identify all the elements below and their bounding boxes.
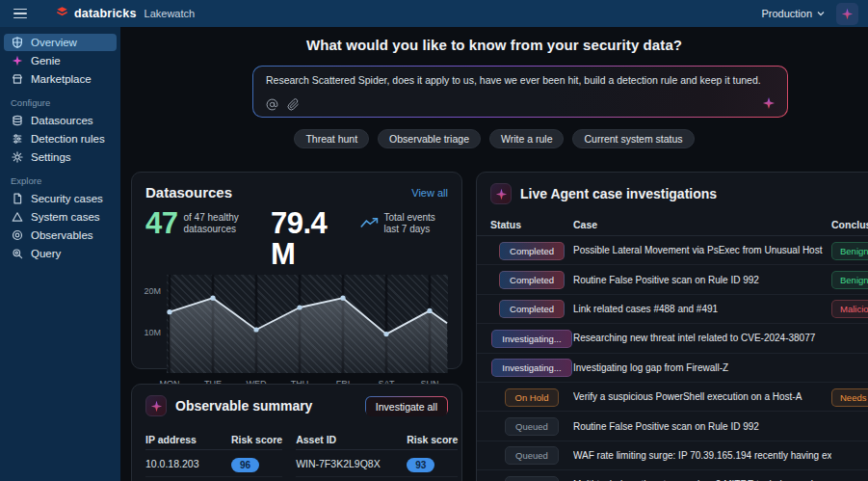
- sidebar-item-label: Detection rules: [31, 133, 105, 145]
- suggestion-chips: Threat huntObservable triageWrite a rule…: [120, 129, 868, 148]
- hamburger-menu-icon[interactable]: [13, 4, 39, 23]
- agent-case-row[interactable]: CompletedRoutine False Positive scan on …: [477, 265, 868, 294]
- sidebar-item-observables[interactable]: Observables: [4, 227, 117, 244]
- status-header: Status: [490, 219, 521, 230]
- conclusion-badge: Needs Input: [831, 388, 868, 407]
- sidebar-item-settings[interactable]: Settings: [4, 148, 117, 166]
- status-badge: Completed: [499, 271, 565, 289]
- agent-case-row[interactable]: On HoldVerify a suspicious PowerShell ex…: [477, 383, 868, 412]
- conclusion-header: Conclusion: [831, 219, 868, 230]
- chip-threat-hunt[interactable]: Threat hunt: [294, 129, 369, 148]
- status-badge: Investigating...: [491, 330, 571, 348]
- app-name: Lakewatch: [145, 8, 196, 19]
- live-agent-card: Live Agent case investigations Status Ca…: [476, 172, 868, 481]
- sidebar-section-label: Explore: [11, 175, 117, 186]
- brand-logo[interactable]: databricks: [56, 5, 137, 22]
- agent-sparkle-icon: [841, 8, 854, 20]
- sidebar-item-system-cases[interactable]: System cases: [4, 208, 117, 226]
- brand-name: databricks: [74, 7, 137, 20]
- rules-icon: [11, 133, 23, 146]
- investigate-all-button[interactable]: Investigate all: [365, 396, 448, 415]
- agent-case-row[interactable]: QueuedWAF rate limiting surge: IP 70.39.…: [477, 441, 868, 470]
- shield-grid-icon: [11, 37, 23, 49]
- agent-case-row[interactable]: Investigating...Investigating log gap fr…: [477, 354, 868, 383]
- storefront-icon: [11, 73, 23, 86]
- document-icon: [11, 193, 23, 205]
- chevron-down-icon: [817, 11, 825, 16]
- status-badge: Completed: [499, 300, 565, 318]
- sidebar-item-label: Security cases: [31, 193, 103, 204]
- sidebar-item-label: Marketplace: [31, 73, 92, 85]
- sidebar-item-query[interactable]: Query: [4, 245, 117, 262]
- sidebar-item-label: Overview: [31, 37, 77, 48]
- datasources-card: Datasources View all 47 of 47 healthy da…: [131, 172, 462, 369]
- ip-address-header: IP address: [145, 434, 231, 445]
- table-row[interactable]: 10.0.18.203 96: [145, 450, 282, 477]
- live-agent-title: Live Agent case investigations: [520, 186, 717, 201]
- y-axis-tick: 10M: [136, 328, 161, 337]
- conclusion-badge: Malicious: [831, 300, 868, 318]
- case-title: Researching new threat intel related to …: [573, 333, 831, 343]
- send-sparkle-icon[interactable]: [762, 96, 776, 110]
- sidebar-item-datasources[interactable]: Datasources: [4, 112, 117, 129]
- agent-case-row[interactable]: QueuedMulti-technique threat campaign: 2…: [477, 470, 868, 481]
- agent-case-row[interactable]: Investigating...Researching new threat i…: [477, 324, 868, 353]
- sidebar-item-label: Genie: [31, 55, 61, 67]
- agent-sparkle-button[interactable]: [836, 3, 858, 25]
- observable-summary-card: Observable summary Investigate all IP ad…: [131, 384, 462, 481]
- sidebar-item-genie[interactable]: Genie: [4, 52, 117, 69]
- mention-at-icon[interactable]: [266, 97, 278, 110]
- risk-score-header: Risk score: [231, 434, 282, 445]
- y-axis-tick: 20M: [136, 286, 161, 296]
- prompt-value: Research Scattered Spider, does it apply…: [266, 74, 775, 86]
- healthy-label: of 47 healthy datasources: [183, 212, 248, 235]
- events-line-chart: [167, 275, 448, 373]
- conclusion-badge: Benign: [831, 271, 868, 289]
- chip-current-system-status[interactable]: Current system status: [572, 129, 694, 148]
- agent-table-header: Status Case Conclusion: [477, 213, 868, 236]
- genie-sparkle-icon: [11, 55, 23, 67]
- agent-case-row[interactable]: CompletedLink related cases #488 and #49…: [477, 295, 868, 324]
- view-all-link[interactable]: View all: [411, 187, 448, 199]
- sidebar-item-label: Settings: [31, 151, 71, 163]
- risk-score-badge: 93: [407, 458, 434, 472]
- table-row[interactable]: WIN-7F3K2L9Q8X 93: [296, 450, 458, 477]
- status-badge: Completed: [499, 242, 565, 260]
- status-badge: Queued: [505, 446, 559, 465]
- sidebar-item-security-cases[interactable]: Security cases: [4, 190, 117, 207]
- case-title: Routine False Positive scan on Rule ID 9…: [573, 275, 831, 285]
- agent-case-row[interactable]: CompletedPossible Lateral Movement via P…: [477, 236, 868, 265]
- case-title: Routine False Positive scan on Rule ID 9…: [573, 421, 831, 432]
- environment-selector[interactable]: Production: [761, 8, 825, 19]
- total-events-value: 79.4 M: [271, 208, 351, 270]
- status-badge: Investigating...: [491, 359, 571, 377]
- sidebar: OverviewGenieMarketplaceConfigureDatasou…: [0, 27, 120, 481]
- prompt-input[interactable]: Research Scattered Spider, does it apply…: [253, 67, 787, 117]
- agent-case-row[interactable]: QueuedRoutine False Positive scan on Rul…: [477, 412, 868, 441]
- live-agent-sparkle-icon: [490, 183, 512, 204]
- observable-summary-title: Observable summary: [175, 398, 312, 414]
- asset-table: Asset ID Risk score WIN-7F3K2L9Q8X 93: [296, 429, 458, 477]
- databricks-logo-icon: [56, 5, 68, 22]
- chip-observable-triage[interactable]: Observable triage: [378, 129, 481, 148]
- case-title: WAF rate limiting surge: IP 70.39.165.19…: [573, 450, 831, 461]
- sidebar-section-label: Configure: [11, 97, 117, 108]
- healthy-count: 47: [145, 208, 177, 239]
- attach-paperclip-icon[interactable]: [287, 97, 300, 110]
- case-title: Verify a suspicious PowerShell execution…: [573, 391, 831, 402]
- sidebar-item-marketplace[interactable]: Marketplace: [4, 70, 117, 88]
- sidebar-item-label: Query: [31, 248, 61, 259]
- sidebar-item-detection-rules[interactable]: Detection rules: [4, 130, 117, 147]
- trend-up-icon: [360, 216, 379, 233]
- observable-sparkle-icon: [145, 395, 167, 416]
- chip-write-a-rule[interactable]: Write a rule: [489, 129, 565, 148]
- ip-table: IP address Risk score 10.0.18.203 96: [145, 429, 282, 477]
- investigate-all-label: Investigate all: [366, 397, 447, 416]
- case-title: Link related cases #488 and #491: [573, 304, 831, 314]
- sidebar-item-label: System cases: [31, 211, 100, 223]
- status-badge: On Hold: [505, 388, 560, 407]
- warning-triangle-icon: [11, 211, 23, 224]
- topbar: databricks Lakewatch Production: [0, 0, 868, 27]
- sidebar-item-overview[interactable]: Overview: [4, 34, 117, 51]
- conclusion-badge: Benign: [831, 242, 868, 260]
